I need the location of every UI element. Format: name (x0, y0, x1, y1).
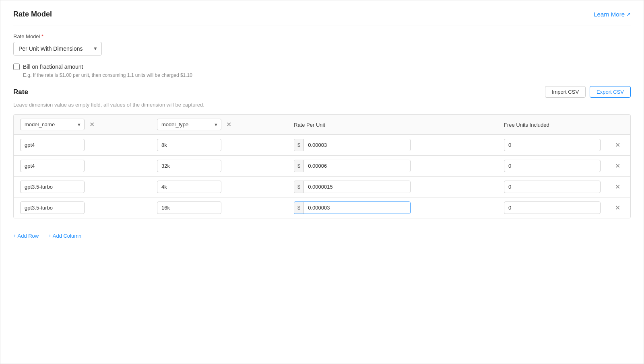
row1-dim1-input[interactable] (20, 139, 85, 151)
rate-model-select-wrapper: Per Unit With Dimensions Per Unit Flat F… (13, 42, 102, 56)
row1-dim1-cell (14, 139, 151, 151)
row3-delete-button[interactable]: ✕ (613, 183, 622, 191)
add-row-area: + Add Row + Add Column (13, 226, 631, 242)
row3-free-units-cell (497, 181, 610, 193)
row1-rate-wrapper: $ (294, 139, 411, 151)
row3-rate-input[interactable] (304, 181, 410, 193)
row2-dim1-input[interactable] (20, 160, 85, 172)
col-rate-header: Rate Per Unit (287, 121, 497, 128)
row4-free-units-input[interactable] (504, 202, 601, 214)
external-link-icon: ↗ (626, 11, 631, 17)
row3-action-cell: ✕ (610, 183, 630, 191)
row2-rate-cell: $ (287, 160, 497, 172)
csv-buttons: Import CSV Export CSV (545, 86, 631, 98)
fractional-hint: E.g. If the rate is $1.00 per unit, then… (23, 72, 631, 78)
row2-delete-button[interactable]: ✕ (613, 162, 622, 170)
row3-dim1-cell (14, 181, 151, 193)
rate-section: Rate Import CSV Export CSV Leave dimensi… (13, 86, 631, 242)
row4-dim1-input[interactable] (20, 202, 85, 214)
rate-model-label: Rate Model * (13, 33, 631, 39)
dim2-select-wrapper: model_type model_name region ▼ (157, 119, 221, 130)
row4-dollar-sign: $ (294, 202, 304, 214)
row2-dim2-cell (151, 160, 287, 172)
row1-dim2-cell (151, 139, 287, 151)
table-row: $ ✕ (14, 156, 630, 177)
checkbox-row: Bill on fractional amount (13, 64, 631, 70)
row1-rate-cell: $ (287, 139, 497, 151)
row4-rate-wrapper: $ (294, 202, 411, 214)
row1-dollar-sign: $ (294, 139, 304, 151)
row1-free-units-input[interactable] (504, 139, 601, 151)
col-dim1-header: model_name model_type region ▼ ✕ (14, 119, 151, 130)
rate-model-select[interactable]: Per Unit With Dimensions Per Unit Flat F… (13, 42, 102, 56)
table-row: $ ✕ (14, 135, 630, 156)
page-container: Rate Model Learn More ↗ Rate Model * Per… (0, 0, 644, 364)
fractional-checkbox[interactable] (13, 64, 20, 70)
row4-delete-button[interactable]: ✕ (613, 204, 622, 212)
learn-more-label: Learn More (594, 11, 625, 18)
row4-dim1-cell (14, 202, 151, 214)
rate-per-unit-label: Rate Per Unit (294, 122, 325, 128)
add-row-button[interactable]: + Add Row (13, 231, 39, 241)
row3-dim1-input[interactable] (20, 181, 85, 193)
export-csv-button[interactable]: Export CSV (590, 86, 631, 98)
row2-dollar-sign: $ (294, 160, 304, 172)
row1-dim2-input[interactable] (157, 139, 221, 151)
rate-model-section: Rate Model * Per Unit With Dimensions Pe… (13, 33, 631, 56)
row3-rate-wrapper: $ (294, 181, 411, 193)
row3-rate-cell: $ (287, 181, 497, 193)
dim1-remove-button[interactable]: ✕ (88, 121, 96, 129)
table-header-row: model_name model_type region ▼ ✕ model_t… (14, 115, 630, 135)
fractional-label: Bill on fractional amount (23, 64, 83, 70)
dim2-remove-button[interactable]: ✕ (225, 121, 233, 129)
table-row: $ ✕ (14, 177, 630, 197)
free-units-label: Free Units Included (504, 122, 549, 128)
fractional-checkbox-section: Bill on fractional amount E.g. If the ra… (13, 64, 631, 78)
row1-free-units-cell (497, 139, 610, 151)
row4-rate-cell: $ (287, 202, 497, 214)
import-csv-button[interactable]: Import CSV (545, 86, 586, 98)
row3-dim2-input[interactable] (157, 181, 221, 193)
row3-free-units-input[interactable] (504, 181, 601, 193)
dim1-column-select[interactable]: model_name model_type region (20, 119, 85, 130)
col-free-units-header: Free Units Included (497, 121, 610, 128)
row4-rate-input[interactable] (304, 202, 410, 214)
page-header: Rate Model Learn More ↗ (13, 10, 631, 25)
row4-dim2-input[interactable] (157, 202, 221, 214)
row2-rate-input[interactable] (304, 160, 410, 172)
row2-free-units-cell (497, 160, 610, 172)
row1-action-cell: ✕ (610, 141, 630, 149)
row4-action-cell: ✕ (610, 204, 630, 212)
page-title: Rate Model (13, 10, 52, 19)
dim1-select-wrapper: model_name model_type region ▼ (20, 119, 85, 130)
row4-free-units-cell (497, 202, 610, 214)
rate-section-title: Rate (13, 88, 28, 96)
col-dim2-header: model_type model_name region ▼ ✕ (151, 119, 287, 130)
row2-dim2-input[interactable] (157, 160, 221, 172)
row1-delete-button[interactable]: ✕ (613, 141, 622, 149)
rate-table: model_name model_type region ▼ ✕ model_t… (13, 114, 631, 218)
row2-dim1-cell (14, 160, 151, 172)
row4-dim2-cell (151, 202, 287, 214)
add-column-button[interactable]: + Add Column (48, 231, 81, 241)
row3-dollar-sign: $ (294, 181, 304, 193)
rate-header: Rate Import CSV Export CSV (13, 86, 631, 98)
table-row: $ ✕ (14, 197, 630, 218)
dimension-hint: Leave dimension value as empty field, al… (13, 102, 631, 108)
dim2-column-select[interactable]: model_type model_name region (157, 119, 221, 130)
learn-more-link[interactable]: Learn More ↗ (594, 11, 631, 18)
row3-dim2-cell (151, 181, 287, 193)
row2-action-cell: ✕ (610, 162, 630, 170)
row2-rate-wrapper: $ (294, 160, 411, 172)
row1-rate-input[interactable] (304, 139, 410, 151)
row2-free-units-input[interactable] (504, 160, 601, 172)
